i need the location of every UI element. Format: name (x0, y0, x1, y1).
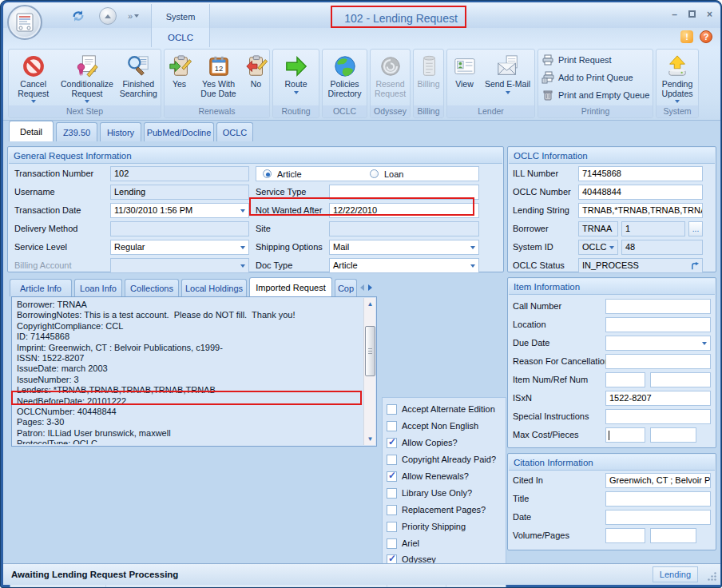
oclc-number-field[interactable]: 40448844 (578, 185, 703, 200)
refresh-status-icon[interactable] (691, 261, 700, 273)
ref-num-field[interactable] (650, 372, 711, 387)
system-id-combo[interactable]: OCLC (578, 240, 618, 255)
feedback-icon[interactable]: ! (680, 30, 693, 43)
checkbox-library-use-only[interactable]: Library Use Only? (387, 487, 472, 499)
ribbon-tab-oclc[interactable]: OCLC (168, 28, 193, 47)
tab-local-holdings[interactable]: Local Holdings (181, 279, 247, 296)
transaction-number-field[interactable]: 102 (110, 166, 249, 181)
citation-title-field[interactable] (605, 491, 711, 507)
doc-type-field[interactable]: Article (329, 258, 479, 273)
service-type-field[interactable] (329, 185, 479, 200)
checkbox-allow-copies[interactable]: Allow Copies? (387, 436, 458, 449)
customize-quick-access-toolbar-button[interactable]: » (128, 11, 139, 21)
pieces-field[interactable] (650, 427, 696, 443)
volume-field[interactable] (605, 528, 645, 543)
ribbon-group-next-step: Cancel Request Conditionalize Request Fi… (8, 49, 161, 118)
lending-string-field[interactable]: TRNAB,*TRNAB,TRNAB,TRNAB, (578, 203, 703, 218)
route-button[interactable]: Route (274, 50, 318, 105)
renewal-yes-button[interactable]: Yes (165, 50, 194, 105)
tab-scroll-right-button[interactable] (367, 282, 374, 293)
system-id-number-field[interactable]: 48 (621, 240, 703, 255)
checkbox-allow-renewals[interactable]: Allow Renewals? (387, 470, 469, 483)
checkbox-ariel[interactable]: Ariel (387, 537, 419, 550)
due-date-field[interactable] (605, 336, 711, 351)
close-button[interactable]: × (707, 9, 712, 20)
loan-radio[interactable] (370, 169, 379, 178)
scroll-down-icon[interactable]: ▼ (364, 433, 376, 445)
tab-oclc[interactable]: OCLC (216, 122, 253, 141)
collapse-ribbon-button[interactable] (99, 7, 117, 25)
resend-request-button[interactable]: Resend Request (371, 50, 410, 105)
application-menu-button[interactable] (7, 5, 42, 40)
service-level-field[interactable]: Regular (110, 240, 249, 255)
call-number-label: Call Number (513, 299, 561, 314)
renewal-no-button[interactable]: No (244, 50, 269, 105)
scroll-up-icon[interactable]: ▲ (364, 298, 376, 310)
resize-grip[interactable] (707, 571, 717, 582)
citation-title-label: Title (513, 491, 529, 507)
checkbox-icon (387, 421, 397, 431)
checkbox-accept-non-english[interactable]: Accept Non English (387, 419, 478, 432)
refresh-button[interactable] (69, 7, 88, 25)
status-mode-badge: Lending (653, 566, 698, 582)
borrower-symbol-field[interactable]: TRNAA (578, 221, 618, 236)
citation-date-field[interactable] (605, 510, 711, 525)
item-num-field[interactable] (605, 372, 645, 387)
tab-scroll-left-button[interactable] (359, 282, 366, 293)
billing-button[interactable]: Billing (414, 50, 443, 105)
tab-collections[interactable]: Collections (125, 279, 179, 296)
dropdown-arrow-icon (702, 342, 707, 345)
tab-copies[interactable]: Cop (335, 279, 357, 296)
tab-z3950[interactable]: Z39.50 (56, 122, 97, 141)
oclc-status-field[interactable]: IN_PROCESS (578, 258, 703, 273)
checkbox-accept-alternate-edition[interactable]: Accept Alternate Edition (387, 403, 495, 415)
tab-pubmed-docline[interactable]: PubMed/Docline (144, 122, 214, 141)
help-icon[interactable]: ? (700, 30, 712, 43)
tab-imported-request[interactable]: Imported Request (249, 277, 332, 296)
checkbox-replacement-pages[interactable]: Replacement Pages? (387, 503, 486, 516)
view-lender-button[interactable]: View (448, 50, 482, 105)
print-and-empty-queue-button[interactable]: Print and Empty Queue (542, 86, 653, 104)
article-radio[interactable] (263, 169, 272, 178)
checkbox-copyright-already-paid[interactable]: Copyright Already Paid? (387, 453, 496, 466)
pages-field[interactable] (650, 528, 696, 543)
minimize-button[interactable]: – (672, 9, 677, 20)
not-wanted-after-field[interactable]: 12/22/2010 (329, 203, 479, 218)
dropdown-arrow-icon (675, 100, 680, 103)
max-cost-field[interactable] (605, 427, 645, 443)
shipping-options-field[interactable]: Mail (329, 240, 479, 255)
borrower-sequence-field[interactable]: 1 (621, 221, 685, 236)
billing-account-field[interactable] (110, 258, 249, 273)
reason-for-cancellation-field[interactable] (605, 354, 711, 369)
scrollbar-thumb[interactable] (365, 326, 375, 376)
delivery-method-field[interactable] (110, 221, 249, 236)
policies-directory-button[interactable]: Policies Directory (323, 50, 367, 105)
ill-number-field[interactable]: 71445868 (578, 166, 703, 181)
add-to-print-queue-button[interactable]: Add to Print Queue (542, 69, 653, 86)
call-number-field[interactable] (605, 299, 711, 314)
tab-article-info[interactable]: Article Info (10, 279, 72, 296)
conditionalize-request-button[interactable]: Conditionalize Request (58, 50, 116, 105)
print-request-button[interactable]: Print Request (542, 51, 653, 69)
send-email-button[interactable]: Send E-Mail (482, 50, 534, 105)
checkbox-priority-shipping[interactable]: Priority Shipping (387, 520, 466, 533)
isxn-field[interactable]: 1522-8207 (605, 391, 711, 406)
username-field[interactable]: Lending (110, 185, 249, 200)
transaction-date-field[interactable]: 11/30/2010 1:56 PM (110, 203, 249, 218)
borrower-more-button[interactable]: ... (688, 221, 703, 236)
group-label-lender: Lender (447, 105, 534, 117)
location-field[interactable] (605, 317, 711, 332)
renewal-yes-with-due-date-button[interactable]: 12 Yes With Due Date (194, 50, 244, 105)
imported-request-text-panel[interactable]: Borrower: TRNAA BorrowingNotes: This is … (11, 296, 377, 447)
finished-searching-button[interactable]: Finished Searching (117, 50, 161, 105)
tab-detail[interactable]: Detail (9, 121, 54, 141)
maximize-button[interactable] (688, 9, 696, 20)
vertical-scrollbar[interactable]: ▲ ▼ (363, 298, 375, 445)
tab-loan-info[interactable]: Loan Info (74, 279, 122, 296)
cited-in-field[interactable]: Greenwich, CT ; Belvoir P (605, 473, 711, 488)
cancel-request-button[interactable]: Cancel Request (9, 50, 58, 105)
pending-updates-button[interactable]: Pending Updates (657, 50, 698, 105)
tab-history[interactable]: History (100, 122, 141, 141)
special-instructions-field[interactable] (605, 409, 711, 424)
site-field[interactable] (329, 221, 479, 236)
